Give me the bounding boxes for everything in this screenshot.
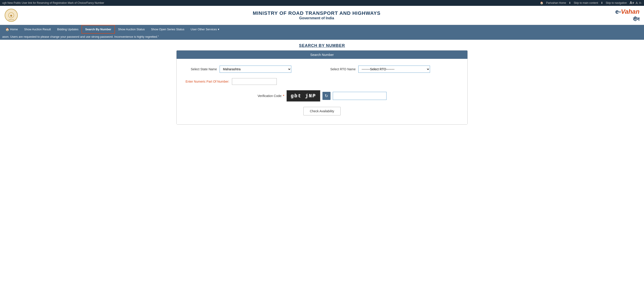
emblem-svg: 🦁 सत्यमेव जयते (4, 9, 18, 22)
brand-vahan: Vahan (621, 8, 640, 15)
captcha-text: gbt jNP (290, 93, 316, 99)
home-icon-small: 🏠 (540, 1, 544, 5)
page-title: SEARCH BY NUMBER (0, 43, 644, 48)
dropdown-arrow-icon: ▾ (218, 28, 219, 31)
svg-text:सत्यमेव जयते: सत्यमेव जयते (8, 19, 14, 21)
nav-show-auction-result[interactable]: Show Auction Result (21, 25, 54, 33)
nav-bidding-updates[interactable]: Bidding Updates (54, 25, 82, 33)
captcha-input[interactable] (333, 92, 386, 100)
verification-row: Verification Code: * gbt jNP ↻ (186, 90, 458, 101)
ministry-title: MINISTRY OF ROAD TRANSPORT AND HIGHWAYS (18, 10, 615, 16)
check-availability-button[interactable]: Check Availability (304, 107, 341, 115)
rto-group: Select RTO Name --------Select RTO------… (324, 66, 458, 73)
font-controls: A+ A A- (630, 1, 642, 5)
captcha-refresh-button[interactable]: ↻ (322, 92, 330, 100)
nav-search-by-number[interactable]: Search By Number (82, 25, 115, 34)
brand-logo: e-Vahan दीन (615, 8, 640, 23)
rto-label: Select RTO Name (324, 67, 356, 71)
btn-row: Check Availability (186, 107, 458, 115)
parivahan-home-link[interactable]: Parivahan Home (546, 1, 566, 5)
font-normal-btn[interactable]: A (636, 1, 638, 5)
header-title: MINISTRY OF ROAD TRANSPORT AND HIGHWAYS … (18, 10, 615, 20)
state-rto-row: Select State Name Maharashtra Select RTO… (186, 66, 458, 73)
nav-user-other-services[interactable]: User Other Services ▾ (188, 25, 222, 33)
nav-user-other-label: User Other Services (191, 28, 217, 31)
gov-subtitle: Government of India (18, 16, 615, 20)
rto-select[interactable]: --------Select RTO-------- (358, 66, 430, 73)
ministry-logo: 🦁 सत्यमेव जयते (4, 9, 18, 22)
numeric-row: Enter Numeric Part Of Number: (186, 78, 458, 85)
numeric-label: Enter Numeric Part Of Number: (186, 80, 229, 83)
brand-e: e- (615, 8, 621, 15)
main-nav: 🏠 Home Show Auction Result Bidding Updat… (0, 25, 644, 34)
header: 🦁 सत्यमेव जयते MINISTRY OF ROAD TRANSPOR… (0, 6, 644, 25)
refresh-icon: ↻ (325, 93, 328, 98)
state-group: Select State Name Maharashtra (186, 66, 320, 73)
brand-dlen: दीन (633, 16, 640, 22)
top-bar: ugh New Public User link for Reserving o… (0, 0, 644, 6)
form-body: Select State Name Maharashtra Select RTO… (176, 59, 468, 124)
state-label: Select State Name (186, 67, 217, 71)
skip-nav-link[interactable]: Skip to navigation (606, 1, 627, 5)
skip-main-link[interactable]: Skip to main content (574, 1, 598, 5)
nav-show-open-series-status[interactable]: Show Open Series Status (148, 25, 188, 33)
announcement-text: ason. Users are requested to please chan… (2, 35, 159, 38)
announcement-bar: ason. Users are requested to please chan… (0, 34, 644, 40)
verification-label: Verification Code: * (258, 94, 284, 98)
top-bar-right: 🏠 Parivahan Home ⬇ Skip to main content … (540, 1, 642, 5)
nav-show-auction-status[interactable]: Show Auction Status (115, 25, 148, 33)
captcha-image: gbt jNP (286, 90, 320, 101)
form-header: Search Number (176, 51, 468, 59)
numeric-input[interactable] (232, 78, 277, 85)
font-large-btn[interactable]: A+ (630, 1, 634, 5)
required-marker: * (283, 94, 284, 98)
home-icon: 🏠 (6, 28, 9, 31)
emblem: 🦁 सत्यमेव जयते (4, 9, 18, 22)
marquee-text: ugh New Public User link for Reserving o… (2, 1, 540, 5)
search-form-container: Search Number Select State Name Maharash… (176, 50, 468, 125)
state-select[interactable]: Maharashtra (220, 66, 291, 73)
svg-text:🦁: 🦁 (10, 15, 12, 17)
font-small-btn[interactable]: A- (639, 1, 642, 5)
nav-home[interactable]: 🏠 Home (2, 25, 21, 34)
numeric-group: Enter Numeric Part Of Number: (186, 78, 458, 85)
